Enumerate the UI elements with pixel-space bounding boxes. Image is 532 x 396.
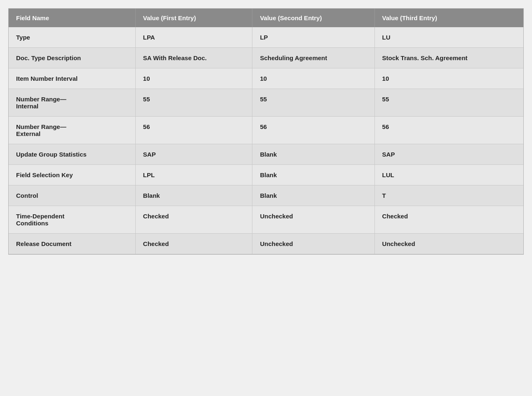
value-cell: LUL [374, 165, 523, 185]
field-name-cell: Number Range—External [9, 117, 135, 144]
table-header-row: Field Name Value (First Entry) Value (Se… [9, 9, 523, 27]
value-cell: LU [374, 27, 523, 48]
value-cell: 10 [252, 68, 374, 89]
value-cell: SAP [374, 144, 523, 165]
table-row: Update Group StatisticsSAPBlankSAP [9, 144, 523, 165]
value-cell: 56 [374, 117, 523, 144]
col-header-value-third: Value (Third Entry) [374, 9, 523, 27]
value-cell: Checked [135, 206, 252, 234]
value-cell: 55 [374, 89, 523, 117]
field-name-cell: Time-DependentConditions [9, 206, 135, 234]
table-row: Doc. Type DescriptionSA With Release Doc… [9, 48, 523, 68]
value-cell: Checked [374, 206, 523, 234]
table-row: Number Range—External565656 [9, 117, 523, 144]
data-table: Field Name Value (First Entry) Value (Se… [9, 9, 523, 254]
value-cell: T [374, 185, 523, 206]
value-cell: Blank [252, 185, 374, 206]
field-name-cell: Doc. Type Description [9, 48, 135, 68]
value-cell: Blank [252, 165, 374, 185]
value-cell: Blank [252, 144, 374, 165]
field-name-cell: Release Document [9, 234, 135, 254]
value-cell: LPA [135, 27, 252, 48]
value-cell: Scheduling Agreement [252, 48, 374, 68]
field-name-cell: Control [9, 185, 135, 206]
table-row: Field Selection KeyLPLBlankLUL [9, 165, 523, 185]
main-table-container: Field Name Value (First Entry) Value (Se… [8, 8, 524, 255]
value-cell: Blank [135, 185, 252, 206]
field-name-cell: Field Selection Key [9, 165, 135, 185]
table-row: Release DocumentCheckedUncheckedUnchecke… [9, 234, 523, 254]
table-row: TypeLPALPLU [9, 27, 523, 48]
table-row: ControlBlankBlankT [9, 185, 523, 206]
field-name-cell: Update Group Statistics [9, 144, 135, 165]
value-cell: Checked [135, 234, 252, 254]
value-cell: 10 [135, 68, 252, 89]
field-name-cell: Number Range—Internal [9, 89, 135, 117]
table-row: Time-DependentConditionsCheckedUnchecked… [9, 206, 523, 234]
value-cell: Unchecked [252, 206, 374, 234]
value-cell: 56 [135, 117, 252, 144]
table-row: Number Range—Internal555555 [9, 89, 523, 117]
value-cell: 55 [252, 89, 374, 117]
value-cell: Unchecked [252, 234, 374, 254]
value-cell: SAP [135, 144, 252, 165]
value-cell: 56 [252, 117, 374, 144]
value-cell: SA With Release Doc. [135, 48, 252, 68]
value-cell: 55 [135, 89, 252, 117]
value-cell: Stock Trans. Sch. Agreement [374, 48, 523, 68]
field-name-cell: Type [9, 27, 135, 48]
col-header-field-name: Field Name [9, 9, 135, 27]
col-header-value-first: Value (First Entry) [135, 9, 252, 27]
value-cell: LP [252, 27, 374, 48]
field-name-cell: Item Number Interval [9, 68, 135, 89]
value-cell: Unchecked [374, 234, 523, 254]
value-cell: LPL [135, 165, 252, 185]
col-header-value-second: Value (Second Entry) [252, 9, 374, 27]
value-cell: 10 [374, 68, 523, 89]
table-row: Item Number Interval101010 [9, 68, 523, 89]
